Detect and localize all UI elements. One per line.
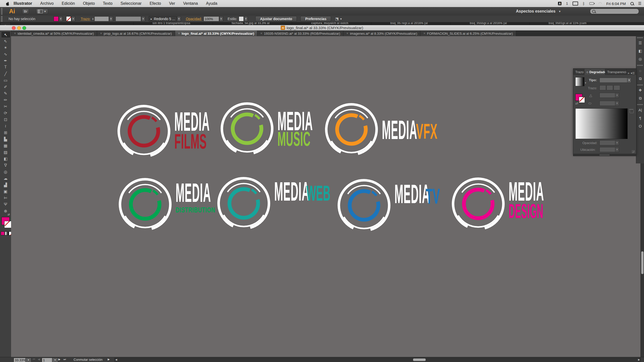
opacity-label[interactable]: Opacidad: <box>186 17 202 21</box>
canvas[interactable]: MEDIAFILMSMEDIAMUSICMEDIAVFXMEDIADISTRIB… <box>11 36 640 357</box>
pencil-tool[interactable]: ✎ <box>1 90 10 96</box>
status-menu-icon[interactable]: ▶ <box>108 358 110 361</box>
panel-tab-transparencia[interactable]: Transparencia <box>605 69 627 75</box>
horizontal-scrollbar-thumb[interactable] <box>413 358 426 361</box>
appbar-grip[interactable] <box>1 8 3 15</box>
stop-location-field[interactable] <box>599 147 616 152</box>
gradient-aspect-dropdown[interactable]: ▼ <box>615 101 619 106</box>
close-tab-icon[interactable]: × <box>100 32 102 35</box>
style-swatch[interactable] <box>239 16 244 21</box>
preferences-button[interactable]: Preferencias <box>300 16 331 22</box>
background-window-tab[interactable]: captura_muyalch al oolch <box>292 22 368 25</box>
line-segment-tool[interactable]: ╱ <box>1 71 10 77</box>
battery-icon[interactable] <box>589 2 594 5</box>
zoom-dropdown[interactable]: ▼ <box>25 358 31 362</box>
dock-group-grip[interactable] <box>637 104 643 105</box>
menu-item-efecto[interactable]: Efecto <box>146 0 165 7</box>
menu-clock[interactable]: Fri 6:04 PM <box>606 2 626 6</box>
close-tab-icon[interactable]: × <box>14 32 16 35</box>
gradient-aspect-field[interactable] <box>599 101 616 106</box>
pen-tool[interactable]: ✒ <box>1 58 10 64</box>
direct-selection-tool[interactable]: ⇖ <box>1 38 10 44</box>
mesh-tool[interactable]: ▨ <box>1 149 10 155</box>
panel-menu-icon[interactable]: ▾☰ <box>630 72 636 75</box>
panel-tab-degradado[interactable]: ◇Degradado <box>584 69 605 75</box>
horizontal-scrollbar[interactable]: ◀ ▶ <box>114 358 641 362</box>
stop-opacity-field[interactable] <box>599 140 616 145</box>
bridge-button[interactable]: Br <box>22 9 29 14</box>
gradient-angle-field[interactable] <box>599 93 616 98</box>
scale-tool[interactable]: ⊡ <box>1 116 10 122</box>
shape-builder-tool[interactable]: ▙ <box>1 136 10 142</box>
selection-tool[interactable]: ↖ <box>1 31 11 38</box>
opentype-panel-icon[interactable]: O <box>636 122 644 130</box>
gradient-swatch-dropdown[interactable]: ▼ <box>584 82 587 84</box>
gradient-panel-icon[interactable]: ◧ <box>636 47 644 55</box>
character-panel-icon[interactable]: A| <box>636 106 644 114</box>
document-tab[interactable]: ×imagenes.ai* al 8.33% (CMYK/Previsualiz… <box>343 31 420 36</box>
artboard-tool[interactable]: ▣ <box>1 188 10 194</box>
document-tab[interactable]: ×19335-NS6SND.ai* al 33.33% (RGB/Previsu… <box>257 31 343 36</box>
dock-group-grip[interactable] <box>637 84 643 85</box>
rectangle-tool[interactable]: ▭ <box>1 77 10 83</box>
paragraph-panel-icon[interactable]: ¶ <box>636 114 644 122</box>
blob-brush-tool[interactable]: ✏ <box>1 97 10 103</box>
stroke-gradient-along-button[interactable] <box>607 85 613 90</box>
gradient-slider[interactable] <box>575 108 628 139</box>
transparency-panel-icon[interactable]: ◎ <box>636 55 644 63</box>
stroke-none-proxy[interactable] <box>4 221 11 228</box>
menu-item-illustrator[interactable]: Illustrator <box>10 0 36 7</box>
prev-artboard-icon[interactable]: ◀ <box>38 358 40 361</box>
reverse-gradient-icon[interactable]: ⇄ <box>575 101 578 105</box>
background-window-tab[interactable]: bsq_0501gr.al al 11% (cam <box>530 22 605 25</box>
background-window-tab[interactable]: bsq_0555gr.a al 2016% (al <box>450 22 526 25</box>
select-similar-dropdown[interactable]: ▼ <box>340 18 342 20</box>
stop-location-dropdown[interactable]: ▼ <box>615 147 619 152</box>
color-button[interactable] <box>1 232 5 235</box>
last-artboard-icon[interactable]: ⏭ <box>63 358 66 361</box>
rotate-tool[interactable]: ⟳ <box>1 110 10 116</box>
free-transform-tool[interactable]: ⊞ <box>1 129 10 135</box>
menu-item-seleccionar[interactable]: Seleccionar <box>116 0 146 7</box>
blend-tool[interactable]: ◎ <box>1 169 10 175</box>
paintbrush-tool[interactable]: ✐ <box>1 84 10 90</box>
fill-dropdown[interactable]: ▼ <box>59 16 63 21</box>
type-tool[interactable]: T <box>1 64 10 70</box>
minimize-window-button[interactable] <box>17 26 21 30</box>
panel-drag-handle[interactable] <box>573 154 636 156</box>
eyedropper-tool[interactable]: ∇ <box>1 162 10 168</box>
delete-stop-icon[interactable] <box>630 110 634 113</box>
column-graph-tool[interactable]: ▟ <box>1 182 10 188</box>
window-title-bar[interactable]: Ai logo_final.ai* al 33.33% (CMYK/Previs… <box>0 25 644 31</box>
layers-panel-icon[interactable]: ❖ <box>636 86 644 94</box>
gradient-stop-none-swatch[interactable] <box>579 97 585 103</box>
apple-icon[interactable] <box>6 1 10 6</box>
menu-item-archivo[interactable]: Archivo <box>36 0 58 7</box>
stroke-gradient-across-button[interactable] <box>614 85 620 90</box>
brush-dropdown-arrow[interactable]: ▼ <box>177 16 181 21</box>
lasso-tool[interactable]: ∿ <box>1 51 10 57</box>
input-source-icon[interactable]: A <box>558 2 561 5</box>
vertical-scrollbar[interactable] <box>640 163 644 357</box>
symbol-sprayer-tool[interactable]: ☁ <box>1 175 10 181</box>
scroll-left-icon[interactable]: ◀ <box>115 358 117 361</box>
brush-definition-dropdown[interactable]: ● Redondo 5 ... <box>149 16 177 22</box>
gradient-type-field[interactable] <box>599 78 628 83</box>
wifi-icon[interactable]: ◠ <box>598 1 602 6</box>
stroke-weight-label[interactable]: Trazo: <box>81 17 91 21</box>
gradient-tool[interactable]: ◧ <box>1 156 10 162</box>
stroke-gradient-within-button[interactable] <box>599 85 606 90</box>
display-icon[interactable] <box>573 2 578 6</box>
fill-color-swatch[interactable] <box>54 16 59 21</box>
document-tab[interactable]: ×prop_logo.ai al 16.67% (CMYK/Previsuali… <box>97 31 175 36</box>
menu-item-ver[interactable]: Ver <box>165 0 179 7</box>
workspace-switcher[interactable]: Aspectos esenciales ▼ <box>516 9 561 14</box>
document-tab[interactable]: ×logo_final.ai* al 33.33% (CMYK/Previsua… <box>175 31 257 36</box>
width-profile-field[interactable] <box>115 16 141 21</box>
menu-item-ayuda[interactable]: Ayuda <box>202 0 221 7</box>
select-similar-icon[interactable]: ⬔ <box>335 17 339 21</box>
panel-tab-trazo[interactable]: Trazo <box>573 69 584 75</box>
background-window-tab[interactable]: sin itro 1 transparentcipsa <box>133 22 209 25</box>
arrange-documents-button[interactable]: ▼ <box>36 9 48 14</box>
document-tab[interactable]: ×identidad_cmedia.ai* al 50% (CMYK/Previ… <box>11 31 97 36</box>
